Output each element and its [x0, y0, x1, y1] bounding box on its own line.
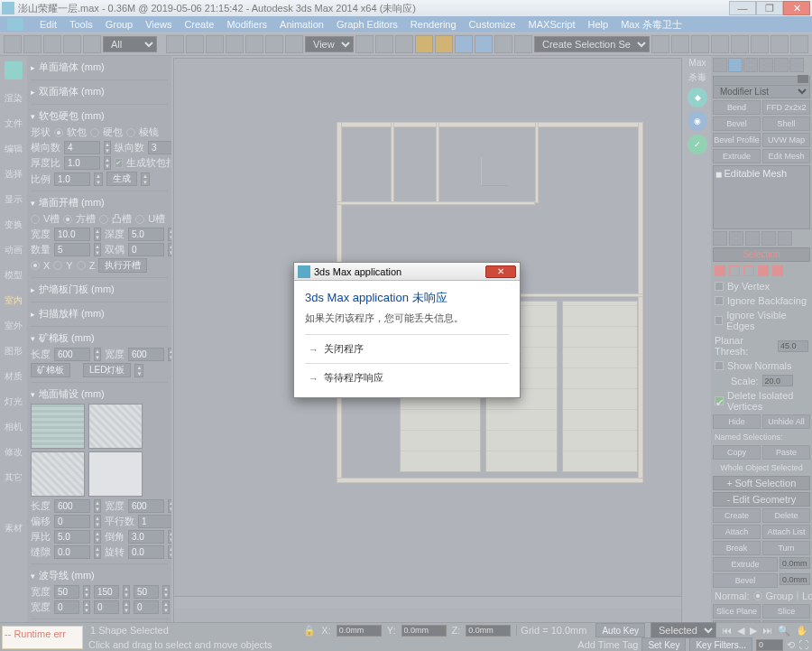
timetag-label[interactable]: Add Time Tag: [577, 639, 638, 650]
menu-help[interactable]: Help: [588, 19, 609, 30]
minimize-button[interactable]: —: [729, 1, 756, 15]
normal-local-radio[interactable]: [797, 591, 798, 600]
ratio-spinner[interactable]: ▲▼: [94, 172, 103, 186]
cat-file[interactable]: 文件: [2, 112, 25, 135]
axis-y-radio[interactable]: [53, 261, 62, 270]
snap-spinner-button[interactable]: [475, 35, 493, 53]
mwid-input[interactable]: [128, 348, 164, 361]
rollout-selection[interactable]: Selection: [713, 247, 810, 262]
nav-zoom-icon[interactable]: 🔍: [778, 625, 790, 637]
maximize-button[interactable]: ❐: [756, 1, 783, 15]
setkey-button[interactable]: Set Key: [641, 637, 686, 651]
window-crossing-button[interactable]: [226, 35, 244, 53]
keyfilters-button[interactable]: Key Filters...: [689, 637, 752, 651]
keymode-button[interactable]: [395, 35, 413, 53]
thick-input[interactable]: [64, 156, 100, 170]
rollout-softsel[interactable]: + Soft Selection: [713, 476, 810, 490]
stack-pin-icon[interactable]: [713, 231, 727, 246]
named-selection-set[interactable]: Create Selection Se: [534, 36, 650, 52]
render-button[interactable]: [790, 35, 808, 53]
nav-pan-icon[interactable]: ✋: [796, 625, 808, 637]
tex-swatch-4[interactable]: [88, 451, 143, 497]
mod-shell[interactable]: Shell: [762, 116, 810, 131]
cat-interior[interactable]: 室内: [2, 289, 25, 312]
tex-swatch-3[interactable]: [31, 451, 85, 497]
w1-input[interactable]: [54, 585, 79, 599]
app-menu-icon[interactable]: [7, 18, 23, 31]
tab-create[interactable]: [713, 58, 727, 72]
vcount-input[interactable]: [148, 141, 171, 154]
w4-input[interactable]: [54, 600, 79, 614]
coord-y[interactable]: [401, 625, 447, 637]
schematic-button[interactable]: [711, 35, 729, 53]
modifier-list-select[interactable]: Modifier List: [713, 85, 810, 98]
time-ruler[interactable]: [174, 596, 681, 609]
scale-input[interactable]: [762, 375, 793, 386]
cat-model[interactable]: 模型: [2, 264, 25, 287]
select-name-button[interactable]: [186, 35, 204, 53]
nav-max-icon[interactable]: ⛶: [798, 639, 808, 650]
do-groove-button[interactable]: 执行开槽: [98, 258, 147, 273]
shape-prism-radio[interactable]: [126, 128, 135, 137]
subobj-element-icon[interactable]: [772, 265, 783, 276]
sect-softpack[interactable]: ▾软包硬包 (mm): [31, 109, 168, 123]
button-chk[interactable]: ✔: [115, 158, 123, 168]
fchamfer-input[interactable]: [128, 530, 164, 544]
snap-percent-button[interactable]: [455, 35, 473, 53]
shownorm-chk[interactable]: [715, 361, 724, 370]
coord-z[interactable]: [466, 625, 511, 637]
attach-button[interactable]: Attach: [713, 525, 761, 539]
refcoord-select[interactable]: View: [305, 36, 354, 52]
mod-extrude[interactable]: Extrude: [713, 149, 761, 163]
object-color-swatch[interactable]: [798, 75, 808, 83]
subobj-edge-icon[interactable]: [729, 265, 740, 276]
stack-config-icon[interactable]: [778, 231, 792, 246]
menu-maxscript[interactable]: MAXScript: [529, 19, 576, 30]
menu-antivirus[interactable]: Max 杀毒卫士: [621, 18, 682, 32]
gen-spinner[interactable]: ▲▼: [141, 172, 150, 186]
w3-input[interactable]: [134, 585, 159, 599]
autokey-button[interactable]: Auto Key: [595, 623, 645, 637]
tab-utilities[interactable]: [789, 58, 804, 72]
frame-input[interactable]: [756, 639, 783, 651]
menu-customize[interactable]: Customize: [469, 19, 516, 30]
shape-hard-radio[interactable]: [90, 128, 99, 137]
mod-bevel[interactable]: Bevel: [713, 116, 761, 131]
stack-unique-icon[interactable]: [745, 231, 760, 246]
menu-animation[interactable]: Animation: [280, 19, 324, 30]
cat-modify[interactable]: 修改: [2, 441, 25, 464]
copy-button[interactable]: Copy: [713, 445, 761, 460]
menu-views[interactable]: Views: [145, 19, 171, 30]
axis-x-radio[interactable]: [31, 261, 40, 270]
sect-double-wall[interactable]: ▸双面墙体 (mm): [31, 85, 168, 98]
tex-swatch-2[interactable]: [88, 404, 143, 449]
thick-spinner[interactable]: ▲▼: [104, 156, 111, 170]
layers-button[interactable]: [671, 35, 689, 53]
lock-icon[interactable]: 🔒: [303, 625, 316, 637]
material-editor-button[interactable]: [731, 35, 749, 53]
bevel-input[interactable]: [780, 573, 810, 585]
scale-button[interactable]: [285, 35, 303, 53]
align-button[interactable]: [651, 35, 669, 53]
menu-modifiers[interactable]: Modifiers: [226, 19, 267, 30]
link-button[interactable]: [43, 35, 61, 53]
tab-modify[interactable]: [728, 58, 743, 72]
cat-camera[interactable]: 相机: [2, 415, 25, 439]
mod-editmesh[interactable]: Edit Mesh: [762, 149, 810, 163]
manip-button[interactable]: [375, 35, 393, 53]
cat-exterior[interactable]: 室外: [2, 314, 25, 338]
keymode-select[interactable]: Selected: [651, 622, 716, 638]
pivot-button[interactable]: [355, 35, 374, 53]
cat-light[interactable]: 灯光: [2, 390, 25, 414]
menu-grapheditors[interactable]: Graph Editors: [337, 19, 398, 30]
subobj-poly-icon[interactable]: [758, 265, 769, 276]
mod-ffd[interactable]: FFD 2x2x2: [762, 100, 810, 115]
select-rect-button[interactable]: [206, 35, 224, 53]
badge-scan-icon[interactable]: ◉: [687, 111, 707, 131]
led-button[interactable]: LED灯板: [83, 363, 131, 377]
w6-input[interactable]: [134, 600, 159, 614]
ignorevis-chk[interactable]: [715, 316, 723, 325]
tex-swatch-1[interactable]: [31, 404, 85, 449]
category-cube-icon[interactable]: [5, 61, 23, 79]
hcount-input[interactable]: [64, 141, 100, 154]
